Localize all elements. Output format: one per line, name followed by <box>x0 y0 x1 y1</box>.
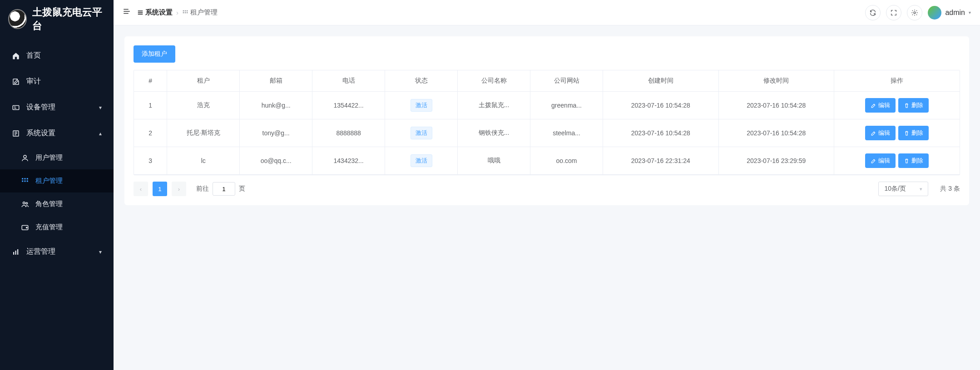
col-ops: 操作 <box>834 70 960 92</box>
content: 添加租户 # 租户 邮箱 电话 <box>114 25 980 370</box>
chevron-up-icon: ▴ <box>99 130 102 137</box>
delete-button[interactable]: 删除 <box>898 98 929 113</box>
table-row: 3lcoo@qq.c...1434232...激活哦哦oo.com2023-07… <box>134 147 960 175</box>
col-updated: 修改时间 <box>718 70 834 92</box>
sidebar-item-label: 用户管理 <box>35 153 63 162</box>
breadcrumb-item: 租户管理 <box>182 8 218 17</box>
breadcrumb-item[interactable]: 系统设置 <box>137 8 173 17</box>
cell-email: oo@qq.c... <box>240 147 312 175</box>
sidebar-item-label: 审计 <box>26 77 41 86</box>
edit-icon <box>871 103 876 109</box>
tenant-table: # 租户 邮箱 电话 状态 公司名称 公司网站 创建时间 修改时间 操作 <box>134 70 960 175</box>
sidebar-item-label: 设备管理 <box>26 103 55 112</box>
sidebar-item-system-settings[interactable]: 系统设置 ▴ <box>0 120 114 146</box>
chevron-down-icon: ▾ <box>99 249 102 255</box>
settings-button[interactable] <box>907 5 922 20</box>
delete-button[interactable]: 删除 <box>898 153 929 168</box>
trash-icon <box>904 130 910 136</box>
cell-updated: 2023-07-16 10:54:28 <box>718 92 834 119</box>
cell-website: steelma... <box>530 119 603 147</box>
chevron-down-icon: ▾ <box>920 186 922 192</box>
cell-company: 哦哦 <box>458 147 530 175</box>
sidebar-item-label: 租户管理 <box>35 177 63 185</box>
settings-box-icon <box>12 129 20 138</box>
sidebar-item-home[interactable]: 首页 <box>0 43 114 69</box>
sidebar-item-tenant-mgmt[interactable]: 租户管理 <box>0 169 114 192</box>
cell-email: hunk@g... <box>240 92 312 119</box>
svg-rect-23 <box>185 12 186 13</box>
col-index: # <box>134 70 167 92</box>
card: 添加租户 # 租户 邮箱 电话 <box>124 36 969 205</box>
home-icon <box>12 52 20 60</box>
cell-status: 激活 <box>385 147 458 175</box>
edit-button[interactable]: 编辑 <box>865 98 896 113</box>
svg-rect-17 <box>138 12 143 13</box>
trash-icon <box>904 103 910 109</box>
user-icon <box>21 154 29 162</box>
breadcrumb: 系统设置 › 租户管理 <box>137 8 218 17</box>
grid-icon <box>21 177 29 185</box>
next-page-button[interactable]: › <box>172 182 186 196</box>
cell-company: 土拨鼠充... <box>458 92 530 119</box>
sidebar-item-role-mgmt[interactable]: 角色管理 <box>0 192 114 216</box>
svg-point-9 <box>23 202 25 204</box>
sidebar-item-label: 首页 <box>26 51 41 60</box>
cell-phone: 1434232... <box>312 147 385 175</box>
sidebar-item-device[interactable]: 设备管理 ▾ <box>0 94 114 120</box>
refresh-button[interactable] <box>865 5 881 20</box>
col-phone: 电话 <box>312 70 385 92</box>
status-badge: 激活 <box>411 127 432 139</box>
svg-point-25 <box>914 12 916 14</box>
edit-button[interactable]: 编辑 <box>865 126 896 140</box>
total-label: 共 3 条 <box>940 185 960 193</box>
cell-created: 2023-07-16 10:54:28 <box>603 92 719 119</box>
edit-doc-icon <box>12 78 20 86</box>
prev-page-button[interactable]: ‹ <box>134 182 148 196</box>
fullscreen-button[interactable] <box>886 5 901 20</box>
svg-rect-5 <box>27 178 28 179</box>
username: admin <box>945 9 965 17</box>
cell-created: 2023-07-16 10:54:28 <box>603 119 719 147</box>
svg-point-10 <box>26 202 28 204</box>
breadcrumb-label: 系统设置 <box>145 8 173 17</box>
nav-sub-system: 用户管理 租户管理 角色管理 充值管理 <box>0 146 114 239</box>
col-email: 邮箱 <box>240 70 312 92</box>
svg-rect-19 <box>183 10 184 11</box>
page-number-button[interactable]: 1 <box>153 182 167 196</box>
sidebar-item-audit[interactable]: 审计 <box>0 69 114 94</box>
user-menu[interactable]: admin ▾ <box>928 6 971 20</box>
edit-icon <box>871 130 876 136</box>
col-website: 公司网站 <box>530 70 603 92</box>
wallet-icon <box>21 223 29 232</box>
delete-button[interactable]: 删除 <box>898 126 929 140</box>
cell-index: 3 <box>134 147 167 175</box>
svg-rect-6 <box>22 180 23 182</box>
col-created: 创建时间 <box>603 70 719 92</box>
jump-input[interactable] <box>213 182 235 196</box>
sidebar-item-label: 角色管理 <box>35 200 63 208</box>
sidebar-item-user-mgmt[interactable]: 用户管理 <box>0 146 114 169</box>
toggle-sidebar-button[interactable] <box>123 7 131 18</box>
cell-email: tony@g... <box>240 119 312 147</box>
svg-point-12 <box>26 227 27 228</box>
table-wrap: # 租户 邮箱 电话 状态 公司名称 公司网站 创建时间 修改时间 操作 <box>134 70 960 175</box>
cell-ops: 编辑删除 <box>834 92 960 119</box>
header: 系统设置 › 租户管理 admin ▾ <box>114 0 980 25</box>
add-tenant-button[interactable]: 添加租户 <box>134 45 175 63</box>
cell-website: greenma... <box>530 92 603 119</box>
sidebar-item-operations[interactable]: 运营管理 ▾ <box>0 239 114 265</box>
svg-rect-15 <box>17 249 18 255</box>
trash-icon <box>904 158 910 164</box>
edit-icon <box>871 158 876 164</box>
col-tenant: 租户 <box>167 70 240 92</box>
svg-rect-3 <box>22 178 23 179</box>
sidebar-item-recharge-mgmt[interactable]: 充值管理 <box>0 216 114 239</box>
col-status: 状态 <box>385 70 458 92</box>
cell-index: 1 <box>134 92 167 119</box>
pagination: ‹ 1 › 前往 页 10条/页 ▾ 共 3 条 <box>134 182 960 196</box>
avatar <box>928 6 941 20</box>
page-size-select[interactable]: 10条/页 ▾ <box>878 182 928 196</box>
app-title: 土拨鼠充电云平台 <box>32 5 105 33</box>
edit-button[interactable]: 编辑 <box>865 153 896 168</box>
grid-icon <box>182 10 188 16</box>
